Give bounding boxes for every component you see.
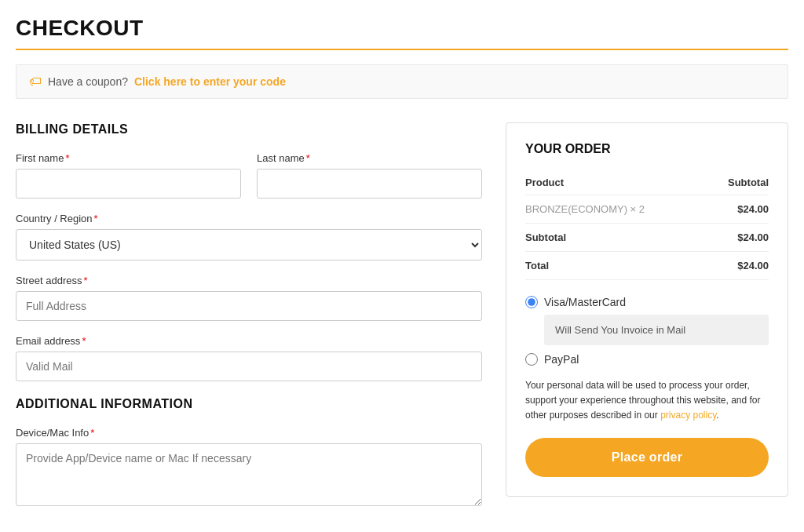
last-name-label: Last name*: [257, 152, 482, 164]
email-label: Email address*: [16, 335, 482, 347]
product-name: BRONZE(ECONOMY) × 2: [525, 195, 707, 224]
order-summary: YOUR ORDER Product Subtotal BRONZE(ECONO…: [506, 122, 788, 497]
place-order-button[interactable]: Place order: [525, 438, 769, 477]
total-row: Total $24.00: [525, 252, 769, 280]
col-product: Product: [525, 170, 707, 195]
email-required: *: [82, 335, 86, 347]
first-name-input[interactable]: [16, 169, 241, 199]
visa-label: Visa/MasterCard: [544, 296, 626, 308]
name-row: First name* Last name*: [16, 152, 482, 199]
last-name-input[interactable]: [257, 169, 482, 199]
email-input[interactable]: [16, 352, 482, 381]
col-subtotal: Subtotal: [707, 170, 769, 195]
subtotal-label: Subtotal: [525, 224, 707, 252]
street-label: Street address*: [16, 275, 482, 286]
country-select[interactable]: United States (US) United Kingdom Canada…: [16, 229, 482, 261]
product-price: $24.00: [707, 195, 769, 224]
invoice-notice: Will Send You Invoice in Mail: [544, 315, 769, 345]
title-divider: [16, 49, 788, 50]
payment-options: Visa/MasterCard Will Send You Invoice in…: [525, 296, 769, 366]
paypal-radio-row[interactable]: PayPal: [525, 353, 769, 366]
coupon-link[interactable]: Click here to enter your code: [134, 75, 286, 88]
paypal-radio[interactable]: [525, 353, 538, 366]
visa-option: Visa/MasterCard Will Send You Invoice in…: [525, 296, 769, 345]
visa-radio[interactable]: [525, 296, 538, 308]
street-group: Street address*: [16, 275, 482, 321]
product-row: BRONZE(ECONOMY) × 2 $24.00: [525, 195, 769, 224]
last-name-group: Last name*: [257, 152, 482, 199]
coupon-icon: 🏷: [29, 75, 42, 89]
privacy-text: Your personal data will be used to proce…: [525, 378, 769, 424]
billing-title: BILLING DETAILS: [16, 122, 482, 137]
additional-section: ADDITIONAL INFORMATION Device/Mac Info*: [16, 397, 482, 506]
first-name-label: First name*: [16, 152, 241, 164]
order-table: Product Subtotal BRONZE(ECONOMY) × 2 $24…: [525, 170, 769, 280]
coupon-bar: 🏷 Have a coupon? Click here to enter you…: [16, 64, 788, 99]
paypal-option: PayPal: [525, 353, 769, 366]
total-value: $24.00: [707, 252, 769, 280]
additional-title: ADDITIONAL INFORMATION: [16, 397, 482, 411]
total-label: Total: [525, 252, 707, 280]
first-name-required: *: [65, 152, 69, 164]
page-title: CHECKOUT: [16, 16, 788, 41]
country-group: Country / Region* United States (US) Uni…: [16, 213, 482, 261]
device-group: Device/Mac Info*: [16, 427, 482, 506]
paypal-label: PayPal: [544, 353, 579, 366]
coupon-text: Have a coupon?: [48, 75, 128, 88]
device-required: *: [90, 427, 94, 439]
street-required: *: [84, 275, 88, 286]
country-label: Country / Region*: [16, 213, 482, 224]
first-name-group: First name*: [16, 152, 241, 199]
subtotal-value: $24.00: [707, 224, 769, 252]
main-layout: BILLING DETAILS First name* Last name*: [16, 122, 788, 520]
last-name-required: *: [306, 152, 310, 164]
visa-radio-row[interactable]: Visa/MasterCard: [525, 296, 769, 308]
street-input[interactable]: [16, 291, 482, 321]
device-textarea[interactable]: [16, 443, 482, 506]
device-label: Device/Mac Info*: [16, 427, 482, 439]
privacy-link[interactable]: privacy policy: [660, 410, 716, 421]
billing-section: BILLING DETAILS First name* Last name*: [16, 122, 482, 520]
subtotal-row: Subtotal $24.00: [525, 224, 769, 252]
email-group: Email address*: [16, 335, 482, 381]
country-required: *: [94, 213, 98, 224]
order-title: YOUR ORDER: [525, 142, 769, 156]
